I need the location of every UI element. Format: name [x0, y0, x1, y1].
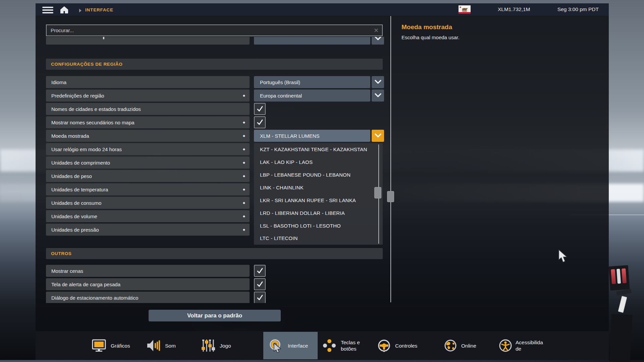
search-input[interactable]: [47, 27, 370, 33]
clipped-marker: [103, 37, 104, 39]
language-dropdown[interactable]: Português (Brasil): [254, 76, 370, 88]
row-estacionamento: Diálogo de estacionamento automático: [46, 292, 391, 303]
checkbox-checked[interactable]: [254, 116, 266, 128]
modified-diamond-icon: ◆: [243, 161, 245, 164]
reverse-light: [616, 269, 621, 284]
mouse-cursor: [558, 249, 568, 265]
modified-diamond-icon: ◆: [243, 94, 245, 97]
home-icon[interactable]: [60, 5, 69, 15]
xlm-balance: XLM1.732,1M: [498, 6, 530, 12]
setting-label-bar[interactable]: Nomes de cidades e estados traduzidos: [46, 103, 250, 115]
modified-diamond-icon: ◆: [243, 147, 245, 151]
setting-label-bar[interactable]: Mostrar cenas: [46, 265, 250, 277]
help-title: Moeda mostrada: [401, 23, 452, 31]
chevron-down-icon[interactable]: [372, 76, 384, 88]
modified-diamond-icon: ◆: [243, 174, 245, 178]
setting-value-bar[interactable]: [254, 37, 370, 45]
tab-acessibilidade[interactable]: Acessibilida de: [516, 339, 543, 352]
row-predefinicoes: Predefinições de região ◆ Europa contine…: [46, 89, 391, 102]
modified-diamond-icon: ◆: [243, 134, 245, 137]
row-alerta-carga: Tela de alerta de carga pesada: [46, 278, 391, 290]
setting-label-bar[interactable]: Unidades de consumo ◆: [46, 197, 250, 209]
modified-diamond-icon: ◆: [243, 215, 245, 218]
setting-label-bar[interactable]: Tela de alerta de carga pesada: [46, 278, 250, 290]
setting-label-bar[interactable]: Unidades de temperatura ◆: [46, 183, 250, 195]
setting-label-bar[interactable]: Moeda mostrada ◆: [46, 130, 250, 142]
setting-label-bar[interactable]: Unidades de volume ◆: [46, 210, 250, 222]
row-idioma: Idioma Português (Brasil): [46, 76, 391, 88]
ground-strip: [0, 360, 644, 362]
menu-icon[interactable]: [42, 7, 53, 13]
modified-diamond-icon: ◆: [243, 228, 245, 231]
chevron-down-icon[interactable]: [372, 89, 384, 102]
top-bar: INTERFACE XLM1.732,1M Seg 3:00 pm PDT: [36, 3, 609, 16]
currency-option[interactable]: LSL - BASOTHO LOTI - LESOTHO: [254, 219, 383, 232]
modified-diamond-icon: ◆: [243, 188, 245, 191]
steering-wheel-icon[interactable]: [377, 338, 391, 353]
section-header-region: CONFIGURAÇÕES DE REGIÃO: [46, 59, 383, 70]
currency-option[interactable]: KZT - KAZAKHSTANI TENGE - KAZAKHSTAN: [254, 143, 383, 156]
breadcrumb-chevron-icon: [79, 8, 82, 14]
game-clock: Seg 3:00 pm PDT: [557, 6, 599, 12]
modified-diamond-icon: ◆: [243, 201, 245, 204]
tab-graficos[interactable]: Gráficos: [111, 343, 130, 349]
globe-icon[interactable]: [444, 338, 457, 353]
setting-label-bar[interactable]: Mostrar nomes secundários no mapa ◆: [46, 116, 250, 128]
monitor-icon[interactable]: [92, 338, 106, 353]
setting-label-bar[interactable]: Unidades de comprimento ◆: [46, 157, 250, 169]
search-bar[interactable]: ✕: [46, 24, 383, 36]
currency-option[interactable]: LKR - SRI LANKAN RUPEE - SRI LANKA: [254, 194, 383, 206]
setting-label-bar[interactable]: Unidades de pressão ◆: [46, 224, 250, 236]
taillight: [622, 268, 627, 284]
setting-label-bar[interactable]: Predefinições de região ◆: [46, 89, 250, 102]
row-mostrar-cenas: Mostrar cenas: [46, 265, 391, 277]
setting-label-bar[interactable]: Unidades de peso ◆: [46, 170, 250, 182]
row-nomes-traduzidos: Nomes de cidades e estados traduzidos: [46, 103, 391, 115]
row-nomes-secundarios: Mostrar nomes secundários no mapa ◆: [46, 116, 391, 128]
settings-scrollbar-track[interactable]: [390, 16, 391, 302]
region-flag-california[interactable]: [459, 5, 471, 15]
setting-label-bar[interactable]: [46, 37, 250, 45]
tab-interface[interactable]: Interface: [288, 343, 308, 349]
buttons-dpad-icon[interactable]: [322, 338, 337, 353]
chevron-down-icon-open[interactable]: [372, 130, 384, 142]
currency-dropdown-selected[interactable]: XLM - STELLAR LUMENS: [254, 130, 370, 142]
mudflap: [609, 314, 632, 362]
interface-cursor-icon[interactable]: [269, 338, 282, 353]
checkbox-checked[interactable]: [254, 103, 266, 115]
setting-label-bar[interactable]: Diálogo de estacionamento automático: [46, 292, 250, 303]
setting-label-bar[interactable]: Idioma: [46, 76, 250, 88]
currency-option[interactable]: LBP - LEBANESE POUND - LEBANON: [254, 169, 383, 181]
dropdown-scrollbar-thumb[interactable]: [374, 187, 381, 198]
chevron-down-icon[interactable]: [372, 37, 384, 45]
tab-som[interactable]: Som: [165, 343, 176, 349]
truck-taillight-cluster: [609, 265, 630, 291]
currency-option[interactable]: LRD - LIBERIAN DOLLAR - LIBERIA: [254, 206, 383, 219]
currency-dropdown-list: KZT - KAZAKHSTANI TENGE - KAZAKHSTAN LAK…: [254, 143, 383, 245]
sliders-icon[interactable]: [201, 338, 216, 353]
region-preset-dropdown[interactable]: Europa continental: [254, 89, 370, 102]
checkbox-checked[interactable]: [254, 265, 266, 277]
currency-option[interactable]: LAK - LAO KIP - LAOS: [254, 156, 383, 169]
currency-option[interactable]: LTC - LITECOIN: [254, 232, 383, 245]
tab-jogo[interactable]: Jogo: [220, 343, 231, 349]
clear-search-icon[interactable]: ✕: [370, 27, 382, 34]
setting-label-bar[interactable]: Usar relógio em modo 24 horas ◆: [46, 143, 250, 155]
license-plate: [618, 296, 627, 313]
help-description: Escolha qual moeda usar.: [401, 35, 460, 40]
tab-online[interactable]: Online: [461, 343, 476, 349]
settings-scrollbar-thumb[interactable]: [387, 191, 394, 202]
modified-diamond-icon: ◆: [243, 121, 245, 124]
row-moeda-mostrada: Moeda mostrada ◆ XLM - STELLAR LUMENS: [46, 130, 391, 142]
tab-teclas-botoes[interactable]: Teclas e botões: [341, 339, 360, 352]
accessibility-icon[interactable]: [499, 338, 512, 353]
taillight: [611, 269, 616, 284]
checkbox-checked[interactable]: [254, 292, 266, 303]
tab-controles[interactable]: Controles: [395, 343, 417, 349]
bottom-nav: Gráficos Som Jogo: [36, 331, 609, 360]
breadcrumb[interactable]: INTERFACE: [85, 7, 113, 12]
speaker-icon[interactable]: [147, 338, 161, 353]
currency-option[interactable]: LINK - CHAINLINK: [254, 181, 383, 194]
reset-defaults-button[interactable]: Voltar para o padrão: [149, 310, 281, 321]
checkbox-checked[interactable]: [254, 278, 266, 290]
